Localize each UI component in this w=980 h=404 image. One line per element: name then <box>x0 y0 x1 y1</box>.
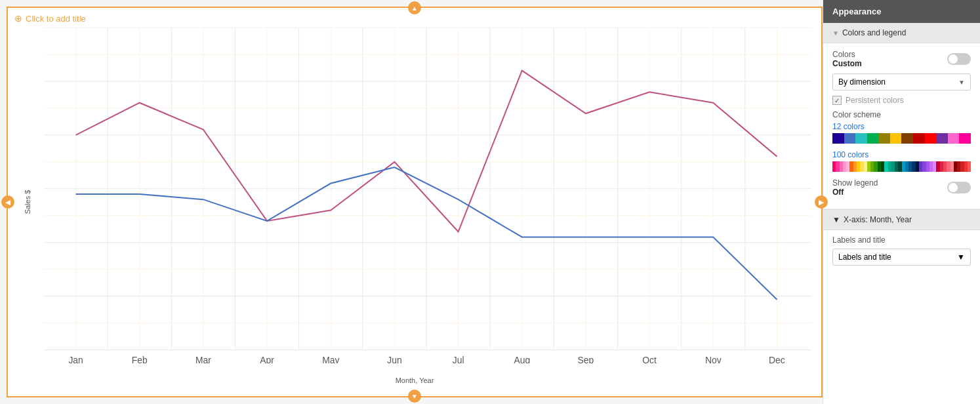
100-colors-link[interactable]: 100 colors <box>832 150 971 159</box>
dropdown-arrow-icon: ▼ <box>958 79 965 86</box>
labels-title-label: Labels and title <box>832 235 971 245</box>
x-axis-section[interactable]: ▼ X-axis: Month, Year <box>823 209 980 230</box>
show-legend-toggle[interactable] <box>947 182 971 193</box>
color-scheme-label: Color scheme <box>832 110 971 119</box>
color-swatch[interactable] <box>878 133 890 144</box>
100-color-swatches <box>832 161 971 172</box>
12-color-swatches <box>832 133 971 144</box>
right-panel: Appearance ▼ Colors and legend Colors Cu… <box>823 0 980 404</box>
labels-title-row: Labels and title Labels and title ▼ <box>823 230 980 271</box>
dropdown-arrow-icon-2: ▼ <box>957 253 965 262</box>
color-swatch[interactable] <box>867 133 879 144</box>
colors-label: Colors <box>832 50 862 59</box>
handle-left[interactable]: ◀ <box>1 195 14 209</box>
colors-legend-body: Colors Custom By dimension ▼ ✓ Persisten… <box>823 43 980 209</box>
colors-row: Colors Custom <box>832 50 971 68</box>
svg-text:Apr: Apr <box>260 355 274 363</box>
labels-title-dropdown[interactable]: Labels and title ▼ <box>832 249 971 266</box>
svg-text:Sep: Sep <box>578 355 594 363</box>
persistent-colors-row: ✓ Persistent colors <box>832 96 971 105</box>
color-swatch[interactable] <box>855 133 867 144</box>
svg-text:May: May <box>322 355 340 363</box>
svg-text:Feb: Feb <box>132 355 148 363</box>
color-swatch[interactable] <box>925 133 937 144</box>
plus-icon: ⊕ <box>14 13 22 24</box>
colors-toggle[interactable] <box>947 53 971 65</box>
chart-title[interactable]: ⊕ Click to add title <box>14 13 86 24</box>
persistent-checkbox[interactable]: ✓ <box>832 96 842 105</box>
color-swatch-100[interactable] <box>968 161 971 172</box>
svg-text:Oct: Oct <box>642 355 657 363</box>
svg-text:Jul: Jul <box>453 355 464 363</box>
handle-top[interactable]: ▲ <box>408 1 421 14</box>
color-swatch[interactable] <box>959 133 971 144</box>
chart-svg: 2.5M 3M 3.5M 4M 4.5M 5M 5.5M Jan Feb Mar… <box>44 28 811 363</box>
color-swatch[interactable] <box>936 133 948 144</box>
dimension-dropdown[interactable]: By dimension ▼ <box>832 73 971 91</box>
svg-text:Dec: Dec <box>769 355 785 363</box>
svg-text:Mar: Mar <box>195 355 211 363</box>
persistent-colors-label: Persistent colors <box>846 96 904 105</box>
svg-text:Aug: Aug <box>514 355 530 363</box>
color-swatch[interactable] <box>832 133 844 144</box>
show-legend-value: Off <box>832 188 878 197</box>
color-swatch[interactable] <box>844 133 856 144</box>
colors-value: Custom <box>832 59 862 68</box>
colors-legend-section[interactable]: ▼ Colors and legend <box>823 23 980 43</box>
color-swatch[interactable] <box>913 133 925 144</box>
y-axis-label: Sales $ <box>24 190 31 214</box>
chevron-down-icon-2: ▼ <box>832 215 840 224</box>
handle-right[interactable]: ▶ <box>815 195 828 209</box>
chevron-down-icon: ▼ <box>832 30 839 37</box>
12-colors-link[interactable]: 12 colors <box>832 122 971 131</box>
show-legend-label: Show legend <box>832 178 878 188</box>
color-swatch[interactable] <box>901 133 913 144</box>
handle-bottom[interactable]: ▼ <box>408 390 421 403</box>
show-legend-row: Show legend Off <box>832 178 971 197</box>
svg-text:Nov: Nov <box>705 355 722 363</box>
color-swatch[interactable] <box>890 133 902 144</box>
color-swatch[interactable] <box>948 133 960 144</box>
x-axis-label: Month, Year <box>396 376 434 384</box>
panel-header: Appearance <box>823 0 980 23</box>
chart-container: ▲ ▼ ◀ ▶ ⊕ Click to add title Sales $ <box>7 7 823 397</box>
svg-text:Jun: Jun <box>387 355 401 363</box>
svg-text:Jan: Jan <box>68 355 83 363</box>
